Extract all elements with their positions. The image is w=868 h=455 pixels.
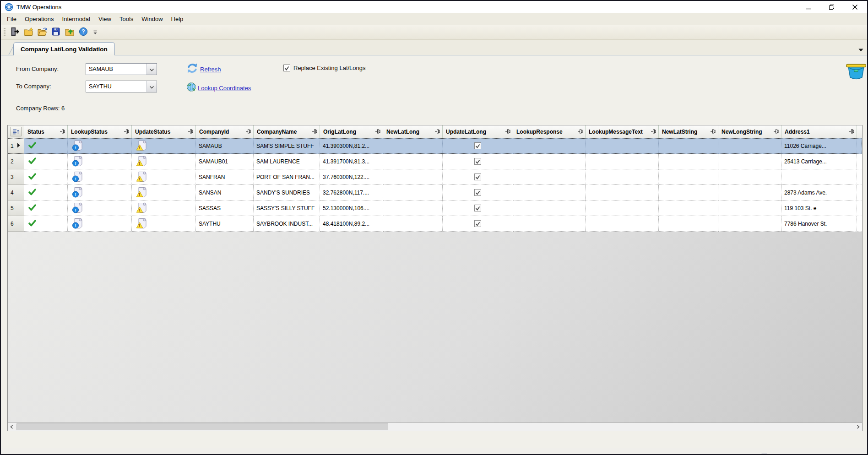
cell-companyid[interactable]: SAMAUB01 (196, 154, 254, 169)
column-header-newlatstring[interactable]: NewLatString (659, 125, 718, 138)
cell-status-success[interactable] (24, 216, 68, 232)
pin-icon[interactable] (312, 129, 317, 135)
pin-icon[interactable] (711, 129, 716, 135)
cell-newlatstring[interactable] (659, 200, 718, 216)
cell-lookupmessagetext[interactable] (586, 138, 659, 154)
cell-companyname[interactable]: SAM'S SIMPLE STUFF (254, 138, 320, 154)
cell-companyname[interactable]: SAM LAURENCE (254, 154, 320, 169)
cell-status-success[interactable] (24, 154, 68, 169)
pin-icon[interactable] (774, 129, 779, 135)
cell-lookupmessagetext[interactable] (586, 169, 659, 185)
pin-icon[interactable] (435, 129, 440, 135)
cell-newlongstring[interactable] (718, 185, 781, 200)
cell-lookupstatus-info[interactable]: ! (68, 185, 132, 200)
cell-lookupresponse[interactable] (513, 154, 586, 169)
cell-updatestatus-warning[interactable]: ! (132, 138, 196, 154)
refresh-link[interactable]: Refresh (200, 66, 221, 73)
updatelatlong-checkbox[interactable] (474, 142, 481, 149)
cell-newlatstring[interactable] (659, 216, 718, 232)
cell-lookupresponse[interactable] (513, 185, 586, 200)
horizontal-scrollbar[interactable] (8, 422, 862, 431)
pin-icon[interactable] (124, 129, 129, 135)
cell-origlatlong[interactable]: 32.762800N,117.... (320, 185, 383, 200)
cell-newlatlong[interactable] (383, 169, 443, 185)
column-chooser-icon[interactable] (11, 127, 22, 136)
column-header-lookupstatus[interactable]: LookupStatus (68, 125, 132, 138)
cell-address1[interactable]: 119 103 St. e (781, 200, 857, 216)
pin-icon[interactable] (651, 129, 656, 135)
cell-origlatlong[interactable]: 52.130000N,106.... (320, 200, 383, 216)
cell-lookupstatus-info[interactable]: ! (68, 169, 132, 185)
pin-icon[interactable] (849, 129, 854, 135)
cell-companyid[interactable]: SANFRAN (196, 169, 254, 185)
column-header-companyname[interactable]: CompanyName (254, 125, 320, 138)
column-header-origlatlong[interactable]: OrigLatLong (320, 125, 383, 138)
cell-companyname[interactable]: SASSY'S SILLY STUFF (254, 200, 320, 216)
open-button[interactable] (36, 26, 49, 38)
row-header[interactable]: 2 (8, 154, 24, 169)
updatelatlong-checkbox[interactable] (474, 173, 481, 180)
cell-newlatlong[interactable] (383, 200, 443, 216)
column-header-newlatlong[interactable]: NewLatLong (383, 125, 443, 138)
cell-companyid[interactable]: SASSAS (196, 200, 254, 216)
column-header-updatelatlong[interactable]: UpdateLatLong (443, 125, 513, 138)
scroll-left-icon[interactable] (8, 423, 16, 431)
table-row[interactable]: 5!!SASSASSASSY'S SILLY STUFF52.130000N,1… (8, 200, 862, 216)
table-row[interactable]: 1!!SAMAUBSAM'S SIMPLE STUFF41.390300N,81… (8, 138, 862, 154)
cell-newlatstring[interactable] (659, 185, 718, 200)
cell-newlatstring[interactable] (659, 138, 718, 154)
cell-lookupstatus-info[interactable]: ! (68, 138, 132, 154)
cell-status-success[interactable] (24, 185, 68, 200)
cell-address1[interactable] (781, 169, 857, 185)
column-header-lookupmessagetext[interactable]: LookupMessageText (586, 125, 659, 138)
cell-lookupmessagetext[interactable] (586, 200, 659, 216)
cell-companyid[interactable]: SANSAN (196, 185, 254, 200)
cell-lookupmessagetext[interactable] (586, 154, 659, 169)
row-header[interactable]: 3 (8, 169, 24, 185)
cell-newlatlong[interactable] (383, 154, 443, 169)
cell-updatestatus-warning[interactable]: ! (132, 200, 196, 216)
toolbar-overflow-icon[interactable] (92, 27, 99, 38)
scrollbar-thumb[interactable] (16, 423, 388, 430)
column-header-lookupresponse[interactable]: LookupResponse (513, 125, 586, 138)
bucket-icon[interactable] (846, 62, 866, 82)
cell-newlongstring[interactable] (718, 169, 781, 185)
to-company-combobox[interactable]: SAYTHU (86, 81, 157, 92)
cell-lookupresponse[interactable] (513, 138, 586, 154)
cell-newlatlong[interactable] (383, 185, 443, 200)
menu-view[interactable]: View (94, 14, 115, 24)
cell-lookupstatus-info[interactable]: ! (68, 200, 132, 216)
cell-address1[interactable]: 11026 Carriage... (781, 138, 857, 154)
to-company-value[interactable]: SAYTHU (86, 83, 146, 90)
table-row[interactable]: 2!!SAMAUB01SAM LAURENCE41.391700N,81.3..… (8, 154, 862, 169)
cell-companyid[interactable]: SAYTHU (196, 216, 254, 232)
table-row[interactable]: 4!!SANSANSANDY'S SUNDRIES32.762800N,117.… (8, 185, 862, 200)
row-header[interactable]: 6 (8, 216, 24, 232)
pin-icon[interactable] (246, 129, 251, 135)
cell-updatestatus-warning[interactable]: ! (132, 185, 196, 200)
cell-origlatlong[interactable]: 48.418100N,89.2... (320, 216, 383, 232)
table-row[interactable]: 6!!SAYTHUSAYBROOK INDUST...48.418100N,89… (8, 216, 862, 232)
cell-updatestatus-warning[interactable]: ! (132, 216, 196, 232)
pin-icon[interactable] (578, 129, 583, 135)
cell-updatestatus-warning[interactable]: ! (132, 154, 196, 169)
cell-newlatstring[interactable] (659, 154, 718, 169)
cell-status-success[interactable] (24, 200, 68, 216)
row-header[interactable]: 4 (8, 185, 24, 200)
cell-companyname[interactable]: SAYBROOK INDUST... (254, 216, 320, 232)
pin-icon[interactable] (375, 129, 380, 135)
menu-file[interactable]: File (3, 14, 21, 24)
save-button[interactable] (49, 26, 62, 38)
updatelatlong-checkbox[interactable] (474, 205, 481, 211)
restore-button[interactable] (829, 4, 835, 10)
cell-lookupstatus-info[interactable]: ! (68, 154, 132, 169)
table-row[interactable]: 3!!SANFRANPORT OF SAN FRAN...37.760300N,… (8, 169, 862, 185)
cell-origlatlong[interactable]: 41.390300N,81.2... (320, 138, 383, 154)
updatelatlong-checkbox[interactable] (474, 220, 481, 227)
cell-newlatlong[interactable] (383, 138, 443, 154)
pin-icon[interactable] (505, 129, 510, 135)
cell-updatestatus-warning[interactable]: ! (132, 169, 196, 185)
cell-address1[interactable]: 2873 Adams Ave. (781, 185, 857, 200)
scroll-right-icon[interactable] (854, 423, 862, 431)
cell-address1[interactable]: 7786 Hanover St. (781, 216, 857, 232)
